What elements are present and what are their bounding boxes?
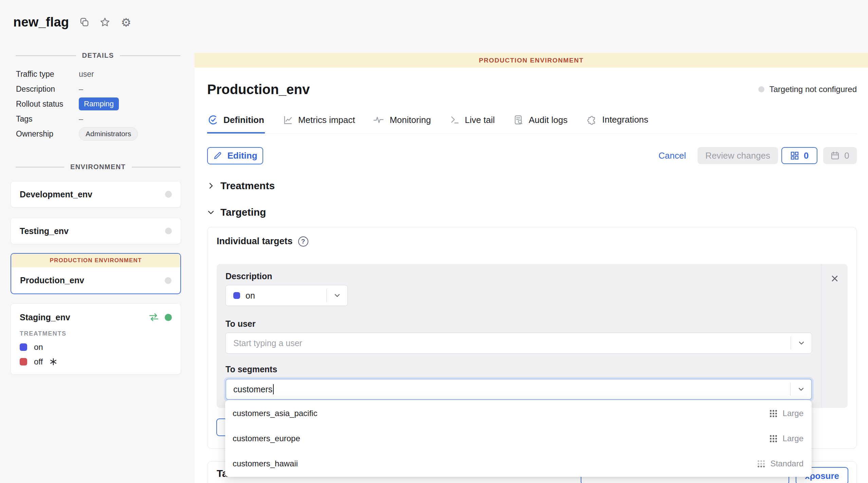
remove-target-close-icon[interactable] xyxy=(829,273,840,284)
treatments-section-toggle[interactable]: Treatments xyxy=(207,180,857,192)
treatment-on-swatch xyxy=(20,343,27,351)
to-segments-combobox[interactable]: customers xyxy=(225,379,812,400)
app-root: new_flag ⚙ DETAILS Traffic type user Des… xyxy=(0,0,868,483)
detail-label: Traffic type xyxy=(16,70,79,79)
grid-icon xyxy=(790,151,799,160)
env-name: Testing_env xyxy=(20,226,69,236)
details-rows: Traffic type user Description – Rollout … xyxy=(16,67,180,141)
to-segments-label: To segments xyxy=(225,364,277,374)
detail-value: user xyxy=(79,70,94,79)
env-card-testing[interactable]: Testing_env xyxy=(11,218,181,244)
live-tail-icon xyxy=(449,114,460,125)
help-icon[interactable]: ? xyxy=(298,236,308,247)
treatment-on-swatch xyxy=(233,292,240,299)
text-caret xyxy=(273,384,274,394)
segments-dropdown: customers_asia_pacific Large customers_e… xyxy=(225,400,812,477)
description-label: Description xyxy=(225,271,272,281)
env-status-dot xyxy=(165,191,172,198)
detail-row-ownership: Ownership Administrators xyxy=(16,126,180,141)
individual-target-row: Description on To user xyxy=(217,264,848,408)
integrations-puzzle-icon xyxy=(586,114,597,125)
segment-option-asia-pacific[interactable]: customers_asia_pacific Large xyxy=(225,401,812,426)
default-treatment-asterisk-icon xyxy=(50,358,57,365)
review-changes-button[interactable]: Review changes xyxy=(698,147,778,164)
status-dot xyxy=(758,86,764,92)
detail-value: – xyxy=(79,114,83,124)
cancel-link[interactable]: Cancel xyxy=(658,150,686,161)
detail-label: Ownership xyxy=(16,129,79,139)
detail-value: – xyxy=(79,85,83,94)
large-segment-icon xyxy=(770,435,777,442)
detail-label: Description xyxy=(16,85,79,94)
env-status-dot-active xyxy=(165,314,172,321)
individual-targets-title: Individual targets xyxy=(217,236,293,247)
metrics-impact-icon xyxy=(283,114,293,125)
chevron-right-icon xyxy=(207,182,215,190)
tab-monitoring[interactable]: Monitoring xyxy=(373,112,431,133)
env-status-dot xyxy=(165,277,171,284)
segment-option-hawaii[interactable]: customers_hawaii Standard xyxy=(225,451,812,476)
tab-audit-logs[interactable]: Audit logs xyxy=(512,112,568,133)
targeting-status: Targeting not configured xyxy=(758,85,857,94)
pencil-icon xyxy=(213,151,222,160)
to-user-input[interactable] xyxy=(226,333,791,353)
env-name: Staging_env xyxy=(20,312,70,322)
chevron-down-icon[interactable] xyxy=(791,339,812,347)
env-card-development[interactable]: Development_env xyxy=(11,181,181,208)
env-card-staging[interactable]: Staging_env TREATMENTS on off xyxy=(11,303,181,375)
treatment-select[interactable]: on xyxy=(225,285,348,306)
to-segments-input-value: customers xyxy=(233,384,272,394)
to-user-label: To user xyxy=(225,319,255,329)
detail-row-tags: Tags – xyxy=(16,111,180,126)
large-segment-icon xyxy=(770,410,777,417)
to-user-combobox xyxy=(225,333,812,354)
transfer-arrows-icon xyxy=(148,313,159,322)
env-name: Production_env xyxy=(20,275,84,285)
treatment-off-swatch xyxy=(20,358,27,365)
tab-definition[interactable]: Definition xyxy=(207,112,265,133)
detail-row-rollout-status: Rollout status Ramping xyxy=(16,96,180,111)
env-name: Development_env xyxy=(20,190,92,199)
detail-label: Rollout status xyxy=(16,100,79,109)
changes-counter-button[interactable]: 0 xyxy=(781,147,817,164)
chevron-down-icon[interactable] xyxy=(791,385,811,394)
targeting-section-toggle[interactable]: Targeting xyxy=(207,207,857,218)
env-card-production-selected[interactable]: PRODUCTION ENVIRONMENT Production_env xyxy=(11,253,181,294)
production-environment-banner: PRODUCTION ENVIRONMENT xyxy=(195,53,868,68)
sidebar: DETAILS Traffic type user Description – … xyxy=(0,0,194,483)
env-header: Production_env Targeting not configured xyxy=(207,80,857,98)
environment-heading: ENVIRONMENT xyxy=(16,163,180,171)
tab-metrics-impact[interactable]: Metrics impact xyxy=(282,112,356,133)
tab-integrations[interactable]: Integrations xyxy=(585,112,649,133)
chevron-down-icon xyxy=(207,209,215,216)
segment-option-europe[interactable]: customers_europe Large xyxy=(225,426,812,451)
rollout-status-badge[interactable]: Ramping xyxy=(79,97,119,110)
monitoring-icon xyxy=(373,114,385,125)
schedule-counter-button[interactable]: 0 xyxy=(823,147,857,164)
detail-label: Tags xyxy=(16,114,79,124)
chevron-down-icon[interactable] xyxy=(327,291,347,300)
treatment-row-on: on xyxy=(20,342,172,352)
edit-toolbar: Editing Cancel Review changes 0 0 xyxy=(207,147,857,164)
treatment-row-off: off xyxy=(20,357,172,366)
detail-row-description: Description – xyxy=(16,82,180,96)
tab-bar: Definition Metrics impact Monitoring Liv… xyxy=(207,112,857,134)
definition-icon xyxy=(208,114,219,125)
editing-button[interactable]: Editing xyxy=(207,147,263,164)
detail-row-traffic-type: Traffic type user xyxy=(16,67,180,82)
details-heading: DETAILS xyxy=(16,52,180,59)
env-title: Production_env xyxy=(207,82,310,97)
tab-live-tail[interactable]: Live tail xyxy=(449,112,495,133)
standard-segment-icon xyxy=(758,460,765,467)
ownership-pill[interactable]: Administrators xyxy=(79,127,138,141)
calendar-icon xyxy=(831,151,839,160)
audit-logs-icon xyxy=(513,114,524,125)
treatments-heading: TREATMENTS xyxy=(20,330,172,337)
env-status-dot xyxy=(165,228,172,234)
production-env-banner: PRODUCTION ENVIRONMENT xyxy=(11,254,180,267)
